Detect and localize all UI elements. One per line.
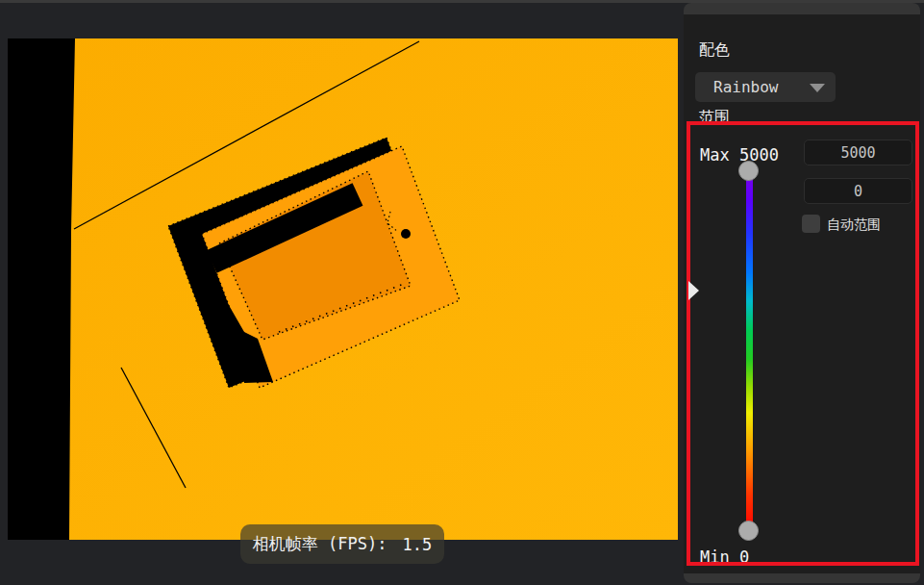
range-section-title: 范围	[699, 108, 730, 128]
range-slider-min-handle[interactable]	[738, 521, 759, 541]
colormap-dropdown-value: Rainbow	[713, 78, 778, 96]
depth-image	[8, 38, 678, 540]
depth-shadow-left-bar	[8, 38, 75, 540]
range-max-label: Max 5000	[700, 145, 779, 165]
auto-range-label: 自动范围	[827, 216, 881, 234]
range-min-input[interactable]	[804, 178, 912, 204]
fps-value: 1.5	[402, 535, 432, 554]
chevron-down-icon	[810, 84, 825, 92]
range-min-label: Min 0	[700, 547, 749, 567]
settings-panel-body: 配色 Rainbow 范围 Max 5000 自动范围 Min 0	[684, 14, 920, 573]
fps-overlay: 相机帧率 (FPS): 1.5	[240, 524, 444, 564]
auto-range-checkbox[interactable]	[802, 215, 820, 233]
settings-panel: 配色 Rainbow 范围 Max 5000 自动范围 Min 0	[684, 3, 920, 583]
collapse-arrow-icon[interactable]	[688, 281, 699, 300]
range-slider-max-handle[interactable]	[738, 161, 759, 181]
fps-label: 相机帧率 (FPS):	[253, 533, 387, 555]
object-hole-dot	[401, 229, 411, 239]
depth-viewport	[8, 38, 678, 540]
colormap-dropdown[interactable]: Rainbow	[695, 72, 836, 102]
range-slider-track[interactable]	[746, 172, 753, 531]
colormap-section-title: 配色	[699, 40, 730, 61]
range-max-input[interactable]	[804, 140, 912, 165]
